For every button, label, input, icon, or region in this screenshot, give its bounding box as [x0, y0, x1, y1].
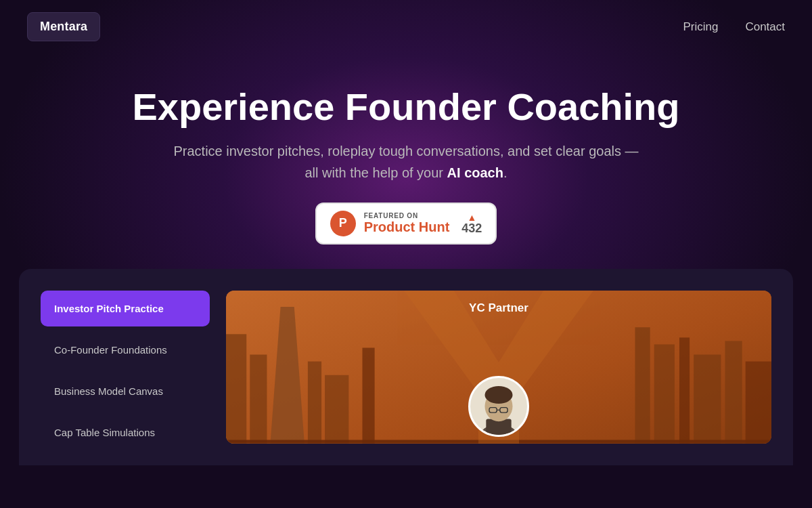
svg-rect-0 — [226, 334, 246, 443]
product-hunt-name: Product Hunt — [364, 219, 450, 234]
contact-link[interactable]: Contact — [745, 20, 785, 34]
svg-rect-3 — [308, 362, 321, 444]
product-hunt-icon: P — [330, 211, 356, 236]
sidebar-item-cofounder[interactable]: Co-Founder Foundations — [41, 332, 210, 368]
svg-rect-11 — [746, 362, 771, 444]
nav-links: Pricing Contact — [683, 20, 785, 34]
avatar — [468, 376, 529, 437]
sidebar-item-cap-table[interactable]: Cap Table Simulations — [41, 415, 210, 450]
hero-subtitle-plain: Practice investor pitches, roleplay toug… — [173, 144, 638, 180]
hero-subtitle-end: . — [503, 165, 508, 180]
svg-marker-2 — [270, 307, 304, 444]
hero-subtitle: Practice investor pitches, roleplay toug… — [169, 140, 643, 184]
preview-panel: YC Partner — [226, 291, 771, 444]
sidebar-item-business-model[interactable]: Business Model Canvas — [41, 373, 210, 409]
sidebar-item-investor-pitch[interactable]: Investor Pitch Practice — [41, 291, 210, 326]
svg-rect-4 — [325, 375, 348, 444]
hero-section: Experience Founder Coaching Practice inv… — [0, 54, 812, 269]
featured-on-label: FEATURED ON — [364, 212, 418, 219]
main-card: Investor Pitch Practice Co-Founder Found… — [19, 269, 793, 465]
product-hunt-score: ▲ 432 — [461, 213, 482, 234]
yc-background: YC Partner — [226, 291, 771, 444]
svg-rect-8 — [679, 337, 690, 443]
upvote-arrow-icon: ▲ — [467, 213, 476, 222]
upvote-count: 432 — [461, 222, 482, 234]
product-hunt-text: FEATURED ON Product Hunt — [364, 212, 450, 234]
svg-rect-6 — [635, 327, 650, 443]
svg-rect-10 — [725, 341, 742, 443]
svg-rect-1 — [250, 355, 267, 444]
svg-point-17 — [484, 386, 512, 404]
feature-sidebar: Investor Pitch Practice Co-Founder Found… — [41, 291, 210, 444]
hero-subtitle-bold: AI coach — [447, 165, 503, 180]
product-hunt-badge[interactable]: P FEATURED ON Product Hunt ▲ 432 — [315, 203, 497, 245]
svg-rect-9 — [694, 355, 721, 444]
logo[interactable]: Mentara — [27, 12, 100, 41]
navbar: Mentara Pricing Contact — [0, 0, 812, 54]
hero-title: Experience Founder Coaching — [14, 86, 798, 128]
pricing-link[interactable]: Pricing — [683, 20, 718, 34]
svg-rect-7 — [654, 345, 675, 444]
preview-title: YC Partner — [226, 301, 771, 315]
